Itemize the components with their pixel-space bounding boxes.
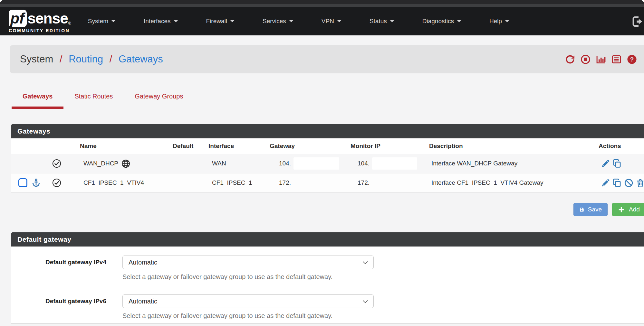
window-top-strip: [0, 0, 644, 4]
col-interface: Interface: [197, 143, 258, 150]
redaction-box: [372, 157, 417, 170]
chart-icon[interactable]: [596, 54, 606, 65]
chevron-down-icon: [174, 20, 178, 22]
row-actions: [587, 178, 644, 188]
disable-icon[interactable]: [624, 178, 633, 188]
page-content: System / Routing / Gateways ? Gateways S…: [0, 35, 644, 326]
selected-value: Automatic: [129, 298, 157, 305]
col-monitor-ip: Monitor IP: [339, 143, 418, 150]
interface-cell: CF1_IPSEC_1: [197, 179, 258, 186]
add-button-label: Add: [629, 206, 640, 213]
copy-icon[interactable]: [612, 178, 622, 188]
nav-item-interfaces[interactable]: Interfaces: [130, 18, 192, 25]
log-list-icon[interactable]: [611, 54, 622, 65]
monitor-ip-cell: 104.: [339, 157, 418, 170]
nav-item-system[interactable]: System: [74, 18, 130, 25]
nav-item-status[interactable]: Status: [355, 18, 408, 25]
navbar-menu: System Interfaces Firewall Services VPN …: [74, 18, 523, 25]
window-title-strip: [0, 4, 644, 7]
chevron-down-icon: [230, 20, 234, 22]
row-checkbox[interactable]: [18, 178, 27, 187]
help-icon[interactable]: ?: [627, 54, 637, 65]
chevron-down-icon: [111, 20, 115, 22]
monitor-ip: 104.: [358, 160, 370, 167]
edit-icon[interactable]: [601, 178, 610, 188]
gateway-name: CF1_IPSEC_1_VTIV4: [83, 179, 144, 186]
description-cell: Interface CF1_IPSEC_1_VTIV4 Gateway: [418, 179, 587, 186]
breadcrumb-link-gateways[interactable]: Gateways: [119, 53, 163, 65]
nav-item-vpn[interactable]: VPN: [307, 18, 355, 25]
anchor-icon: [31, 178, 41, 188]
nav-item-diagnostics[interactable]: Diagnostics: [408, 18, 475, 25]
default-gateway-ipv6-select[interactable]: Automatic: [122, 294, 374, 308]
header-action-icons: ?: [565, 54, 637, 65]
status-online-icon: [52, 159, 62, 168]
pfsense-logo[interactable]: pfsense® COMMUNITY EDITION: [9, 10, 71, 33]
ipv6-help-text: Select a gateway or failover gateway gro…: [122, 312, 374, 320]
gateway-name-cell: WAN_DHCP: [69, 159, 161, 168]
save-button[interactable]: Save: [573, 203, 608, 216]
delete-icon[interactable]: [636, 178, 644, 188]
nav-item-label: Firewall: [206, 18, 227, 25]
table-row-wan-dhcp: WAN_DHCP WAN 104. 104. Interface WAN_DHC…: [11, 154, 644, 173]
col-description: Description: [418, 143, 587, 150]
gateways-table-header: Name Default Interface Gateway Monitor I…: [11, 138, 644, 154]
nav-item-label: Interfaces: [144, 18, 170, 25]
gateway-name-cell: CF1_IPSEC_1_VTIV4: [69, 179, 161, 186]
chevron-down-icon: [362, 300, 368, 303]
gateways-panel-title: Gateways: [11, 124, 644, 138]
top-navbar: pfsense® COMMUNITY EDITION System Interf…: [0, 7, 644, 35]
col-actions: Actions: [587, 143, 644, 150]
selected-value: Automatic: [129, 259, 157, 266]
gateway-ip-cell: 172.: [258, 179, 339, 186]
refresh-icon[interactable]: [565, 54, 575, 65]
chevron-down-icon: [390, 20, 394, 22]
plus-icon: [618, 206, 625, 213]
default-gateway-panel-title: Default gateway: [11, 232, 644, 247]
globe-icon: [121, 159, 130, 168]
default-gateway-ipv4-select[interactable]: Automatic: [122, 256, 374, 269]
description-cell: Interface WAN_DHCP Gateway: [418, 160, 587, 167]
status-online-icon: [52, 178, 62, 188]
tab-gateway-groups[interactable]: Gateway Groups: [124, 84, 194, 109]
stop-circle-icon[interactable]: [580, 54, 591, 65]
monitor-ip-cell: 172.: [339, 179, 418, 186]
chevron-down-icon: [362, 261, 368, 265]
nav-item-label: Status: [370, 18, 387, 25]
edit-icon[interactable]: [601, 159, 610, 168]
copy-icon[interactable]: [612, 159, 622, 168]
table-row-cf1-ipsec: CF1_IPSEC_1_VTIV4 CF1_IPSEC_1 172. 172. …: [11, 173, 644, 192]
logo-edition: COMMUNITY EDITION: [9, 28, 71, 33]
logo-registered-mark: ®: [68, 21, 71, 26]
save-button-label: Save: [588, 206, 602, 213]
nav-item-help[interactable]: Help: [475, 18, 523, 25]
form-row-ipv6: Default gateway IPv6 Automatic Select a …: [11, 286, 644, 323]
interface-cell: WAN: [197, 160, 258, 167]
chevron-down-icon: [337, 20, 341, 22]
gateways-panel: Gateways Name Default Interface Gateway …: [11, 124, 644, 192]
add-button[interactable]: Add: [612, 203, 644, 216]
logo-pf: pf: [9, 10, 27, 27]
chevron-down-icon: [289, 20, 293, 22]
breadcrumb-separator: /: [110, 53, 112, 65]
breadcrumb-separator: /: [60, 53, 62, 65]
routing-tabs: Gateways Static Routes Gateway Groups: [12, 84, 194, 109]
nav-item-firewall[interactable]: Firewall: [192, 18, 248, 25]
col-name: Name: [69, 143, 161, 150]
form-row-ipv4: Default gateway IPv4 Automatic Select a …: [11, 247, 644, 286]
nav-item-label: VPN: [322, 18, 334, 25]
gateway-name: WAN_DHCP: [83, 160, 118, 167]
breadcrumb: System / Routing / Gateways ?: [10, 45, 644, 73]
nav-item-label: Diagnostics: [422, 18, 454, 25]
breadcrumb-link-routing[interactable]: Routing: [69, 53, 103, 65]
gateway-ip: 104.: [279, 160, 291, 167]
tab-static-routes[interactable]: Static Routes: [63, 84, 124, 109]
nav-item-label: Services: [263, 18, 286, 25]
redaction-box: [293, 157, 339, 170]
row-actions: [587, 159, 644, 168]
sign-out-icon[interactable]: [631, 15, 643, 27]
tab-gateways[interactable]: Gateways: [12, 84, 63, 109]
col-gateway: Gateway: [258, 143, 339, 150]
nav-item-services[interactable]: Services: [248, 18, 307, 25]
chevron-down-icon: [505, 20, 509, 22]
